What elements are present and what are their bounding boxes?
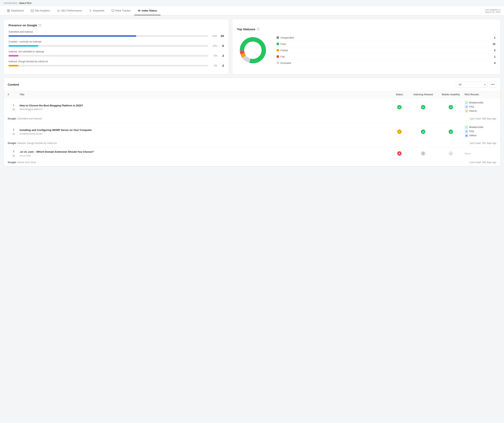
presence-help-icon[interactable]: ? [38, 24, 42, 27]
tab-bar: Dashboard Site Analytics SEO Performance… [0, 6, 504, 15]
td-num-1: 2 ▤ [8, 128, 20, 135]
grid-icon [7, 9, 10, 12]
bar-track-3 [8, 65, 208, 66]
td-num-2: 3 ▤ [8, 150, 20, 157]
rich-item-0-1: ☰ FAQ [465, 105, 496, 109]
row-footer-1: Google: Indexed, though blocked by robot… [4, 141, 500, 147]
bar-count-2: 2 [219, 54, 224, 57]
videos-icon-1: ▦ [465, 134, 468, 137]
status-check-orange-1 [397, 130, 402, 134]
rich-item-0-0: ◇ Breadcrumbs [465, 101, 496, 104]
last-updated: Last updated on March 20, 2023 [485, 7, 500, 15]
howto-icon-0: ⊞ [465, 109, 468, 113]
svg-rect-4 [31, 9, 33, 12]
content-filter-select[interactable]: All [456, 81, 488, 88]
bar-track-2 [8, 55, 208, 57]
breadcrumbs-icon-1: ◇ [465, 125, 468, 129]
page-icon-1: ▤ [12, 132, 15, 135]
bar-fill-3 [8, 65, 18, 66]
svg-rect-2 [7, 11, 8, 12]
table-row-1: 2 ▤ Installing and Configuring WAMP Serv… [4, 123, 500, 141]
td-indexing-0 [409, 105, 437, 109]
svg-point-14 [139, 10, 140, 11]
th-status: Status [390, 93, 409, 96]
status-dot-excluded [277, 62, 279, 64]
tab-site-analytics[interactable]: Site Analytics [27, 6, 54, 15]
status-name-0: Unspecified [281, 36, 492, 39]
indexing-check-0 [421, 105, 425, 109]
donut-chart [237, 34, 269, 66]
donut-svg [237, 34, 269, 66]
presence-title: Presence on Google [8, 24, 37, 27]
content-header: Content All ▾ ••• [4, 78, 500, 91]
tab-rank-tracker[interactable]: Rank Tracker [108, 6, 134, 15]
page-icon-2: ▤ [12, 154, 15, 157]
checkmark-icon-0 [398, 106, 401, 108]
rich-item-1-1: ☰ FAQ [465, 130, 496, 133]
more-options-button[interactable]: ••• [490, 81, 496, 88]
top-statuses-title: Top Statuses [237, 28, 255, 31]
status-item-1: Pass 31 [277, 41, 496, 47]
status-count-4: 4 [494, 61, 496, 65]
checkmark-icon-1 [398, 131, 401, 133]
td-num-0: 1 ▤ [8, 104, 20, 111]
td-title-1: Installing and Configuring WAMP Server o… [20, 128, 390, 135]
th-num: # [8, 93, 20, 96]
status-name-4: Excluded [281, 61, 492, 65]
tab-index-status[interactable]: Index Status [134, 6, 161, 15]
td-status-1 [390, 130, 409, 134]
table-row-group-0: 1 ▤ How to Choose the Best Blogging Plat… [4, 98, 500, 123]
td-status-2 [390, 151, 409, 156]
status-item-2: Partial 2 [277, 47, 496, 54]
top-statuses-help-icon[interactable]: ? [257, 28, 260, 31]
page-icon-0: ▤ [12, 108, 15, 111]
list-icon [89, 9, 92, 12]
bar-count-3: 2 [219, 64, 224, 67]
bar-pct-2: 5% [210, 54, 217, 57]
presence-label-0: Submitted and indexed [8, 30, 224, 33]
table-row-2: 3 ▤ .co vs .com – Which Domain Extension… [4, 147, 500, 160]
presence-row-0: Submitted and indexed 64% 25 [8, 30, 224, 38]
tab-dashboard[interactable]: Dashboard [4, 6, 27, 15]
checkmark-icon-idx-1 [422, 131, 424, 133]
checkmark-icon-mob-0 [450, 106, 452, 108]
td-mobile-1 [437, 130, 465, 134]
svg-point-13 [138, 10, 140, 11]
status-item-0: Unspecified 1 [277, 35, 496, 41]
status-name-1: Pass [281, 42, 491, 45]
status-name-3: Fail [281, 55, 492, 58]
th-title: Title [20, 93, 390, 96]
bar-count-0: 25 [219, 34, 224, 38]
bar-pct-3: 5% [210, 64, 217, 67]
content-title: Content [8, 83, 19, 86]
presence-row-2: Indexed, not submitted in sitemap 5% 2 [8, 50, 224, 57]
td-mobile-0 [437, 105, 465, 109]
breadcrumb: DASHBOARD / ANALYTICS [0, 0, 504, 6]
status-dot-fail [277, 55, 279, 58]
tab-keywords[interactable]: Keywords [85, 6, 108, 15]
th-indexing: Indexing Allowed [409, 93, 437, 96]
th-mobile: Mobile Usability [437, 93, 465, 96]
checkmark-icon-mob-1 [450, 131, 452, 133]
table-row-group-2: 3 ▤ .co vs .com – Which Domain Extension… [4, 147, 500, 166]
td-indexing-1 [409, 130, 437, 134]
status-item-4: Excluded 4 [277, 60, 496, 66]
breadcrumb-dashboard[interactable]: DASHBOARD [4, 2, 17, 4]
presence-row-1: Crawled - currently not indexed 15% 6 [8, 40, 224, 48]
faq-icon-0: ☰ [465, 105, 468, 109]
status-check-green-0 [397, 105, 402, 109]
breadcrumb-separator: / [18, 2, 18, 4]
svg-rect-10 [112, 10, 114, 11]
row-footer-2: Google: Server error (5xx) Last Crawl: 3… [4, 160, 500, 166]
bar-pct-1: 15% [210, 44, 217, 47]
tab-seo-performance[interactable]: SEO Performance [54, 6, 86, 15]
status-count-3: 1 [494, 55, 496, 58]
status-item-3: Fail 1 [277, 54, 496, 60]
bar-fill-0 [8, 35, 136, 37]
bar-track-1 [8, 45, 208, 47]
status-dot-pass [277, 43, 279, 45]
bar-fill-2 [8, 55, 18, 57]
bar-track-0 [8, 35, 208, 37]
gauge-icon [57, 9, 60, 12]
status-dot-unspecified [277, 36, 279, 39]
